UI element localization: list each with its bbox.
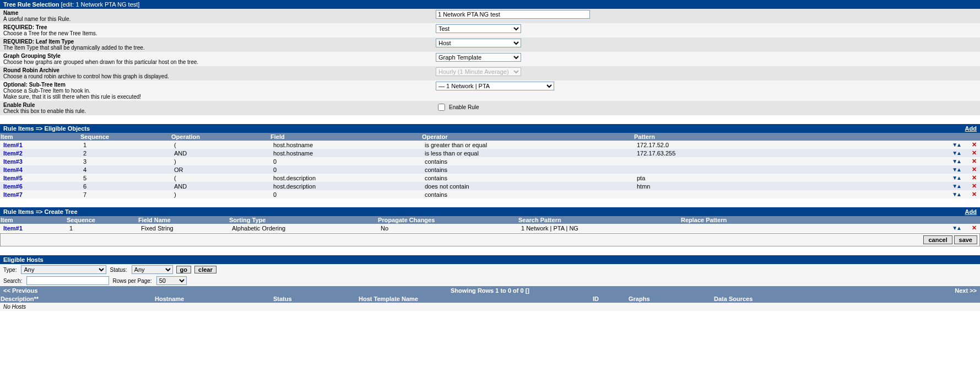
form-label-title: REQUIRED: Leaf Item Type <box>3 39 436 45</box>
text-input[interactable] <box>436 10 590 19</box>
hosts-filter-row-2: Search: Rows per Page: 50 <box>0 275 980 286</box>
next-link[interactable]: Next >> <box>652 287 977 294</box>
item-link[interactable]: Item#7 <box>3 191 23 198</box>
move-down-icon[interactable]: ▼ <box>952 175 956 181</box>
form-label-title: REQUIRED: Tree <box>3 24 436 30</box>
type-select[interactable]: Any <box>21 265 106 274</box>
form-label-desc: Choose a Sub-Tree Item to hook in. Make … <box>3 88 436 100</box>
rows-per-page-label: Rows per Page: <box>112 278 151 284</box>
clear-button[interactable]: clear <box>194 266 216 273</box>
move-down-icon[interactable]: ▼ <box>952 225 956 231</box>
form-label-title: Round Robin Archive <box>3 67 436 73</box>
form-label-desc: The Item Type that shall be dynamically … <box>3 45 436 51</box>
move-down-icon[interactable]: ▼ <box>952 191 956 197</box>
save-button[interactable]: save <box>954 235 977 244</box>
move-down-icon[interactable]: ▼ <box>952 158 956 164</box>
select-input[interactable]: Graph Template <box>436 53 521 62</box>
move-up-icon[interactable]: ▲ <box>956 158 961 164</box>
delete-icon[interactable]: ✕ <box>972 141 977 148</box>
select-input[interactable]: — 1 Network | PTA <box>436 82 554 90</box>
move-up-icon[interactable]: ▲ <box>956 142 961 148</box>
status-select[interactable]: Any <box>132 265 173 274</box>
form-label-desc: A useful name for this Rule. <box>3 16 436 22</box>
item-link[interactable]: Item#1 <box>3 225 23 232</box>
move-down-icon[interactable]: ▼ <box>952 166 956 173</box>
add-eligible-link[interactable]: Add <box>965 125 977 132</box>
no-hosts: No Hosts <box>0 303 980 311</box>
go-button[interactable]: go <box>176 266 191 273</box>
enable-rule-checkbox[interactable] <box>438 104 445 111</box>
rows-per-page-select[interactable]: 50 <box>156 276 187 285</box>
delete-icon[interactable]: ✕ <box>972 166 977 173</box>
form-label-desc: Choose a Tree for the new Tree Items. <box>3 30 436 36</box>
select-input[interactable]: Host <box>436 39 521 47</box>
delete-icon[interactable]: ✕ <box>972 191 977 197</box>
item-link[interactable]: Item#5 <box>3 175 23 181</box>
button-bar: cancel save <box>0 233 980 246</box>
eligible-hosts-header: Eligible Hosts <box>0 255 980 264</box>
form-label-title: Enable Rule <box>3 102 436 108</box>
pager-info: Showing Rows 1 to 0 of 0 [] <box>328 287 652 294</box>
type-label: Type: <box>3 267 17 273</box>
move-up-icon[interactable]: ▲ <box>956 225 961 231</box>
create-tree-table: Item Sequence Field Name Sorting Type Pr… <box>0 216 980 232</box>
table-row: Item#77)0contains▼▲✕ <box>0 190 980 198</box>
search-input[interactable] <box>26 276 109 285</box>
item-link[interactable]: Item#4 <box>3 166 23 173</box>
item-link[interactable]: Item#6 <box>3 183 23 190</box>
hosts-filter-row-1: Type: Any Status: Any go clear <box>0 264 980 275</box>
table-row: Item#66ANDhost.descriptiondoes not conta… <box>0 182 980 190</box>
prev-link[interactable]: << Previous <box>3 287 328 294</box>
move-up-icon[interactable]: ▲ <box>956 175 961 181</box>
item-link[interactable]: Item#2 <box>3 150 23 157</box>
form-label-title: Optional: Sub-Tree Item <box>3 82 436 88</box>
move-up-icon[interactable]: ▲ <box>956 191 961 197</box>
status-label: Status: <box>110 267 127 273</box>
cancel-button[interactable]: cancel <box>923 235 952 244</box>
move-down-icon[interactable]: ▼ <box>952 150 956 156</box>
search-label: Search: <box>3 278 22 284</box>
delete-icon[interactable]: ✕ <box>972 149 977 156</box>
move-up-icon[interactable]: ▲ <box>956 150 961 156</box>
delete-icon[interactable]: ✕ <box>972 182 977 189</box>
table-row: Item#55(host.descriptioncontainspta▼▲✕ <box>0 174 980 182</box>
move-down-icon[interactable]: ▼ <box>952 183 956 189</box>
form-label-desc: Check this box to enable this rule. <box>3 108 436 114</box>
form-label-title: Graph Grouping Style <box>3 53 436 59</box>
pager-bar: << Previous Showing Rows 1 to 0 of 0 [] … <box>0 286 980 295</box>
delete-icon[interactable]: ✕ <box>972 158 977 164</box>
table-row: Item#44OR0contains▼▲✕ <box>0 165 980 174</box>
table-row: Item#22ANDhost.hostnameis less than or e… <box>0 149 980 157</box>
move-down-icon[interactable]: ▼ <box>952 142 956 148</box>
delete-icon[interactable]: ✕ <box>972 224 977 231</box>
table-row: Item#11(host.hostnameis greater than or … <box>0 141 980 149</box>
create-tree-header: Rule Items => Create Tree Add <box>0 207 980 216</box>
eligible-objects-header: Rule Items => Eligible Objects Add <box>0 124 980 133</box>
form-label-title: Name <box>3 10 436 16</box>
item-link[interactable]: Item#3 <box>3 158 23 165</box>
item-link[interactable]: Item#1 <box>3 142 23 148</box>
table-row: Item#11Fixed StringAlphabetic OrderingNo… <box>0 224 980 232</box>
select-input: Hourly (1 Minute Average) <box>436 67 521 76</box>
eligible-objects-table: Item Sequence Operation Field Operator P… <box>0 133 980 198</box>
move-up-icon[interactable]: ▲ <box>956 183 961 189</box>
add-create-tree-link[interactable]: Add <box>965 208 977 215</box>
move-up-icon[interactable]: ▲ <box>956 166 961 173</box>
form-label-desc: Choose a round robin archive to control … <box>3 73 436 79</box>
delete-icon[interactable]: ✕ <box>972 174 977 181</box>
table-row: Item#33)0contains▼▲✕ <box>0 157 980 165</box>
checkbox-label: Enable Rule <box>449 104 479 110</box>
form-label-desc: Choose how graphs are grouped when drawn… <box>3 59 436 65</box>
hosts-table: Description** Hostname Status Host Templ… <box>0 295 980 303</box>
tree-rule-header: Tree Rule Selection [edit: 1 Network PTA… <box>0 0 980 9</box>
select-input[interactable]: Test <box>436 24 521 33</box>
